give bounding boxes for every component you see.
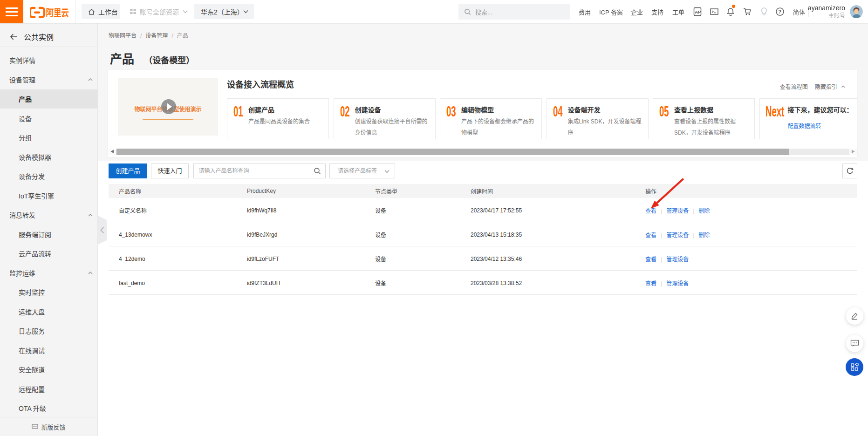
svg-text:AP: AP bbox=[695, 9, 701, 14]
svg-text:?: ? bbox=[779, 9, 782, 14]
svg-text:阿里云: 阿里云 bbox=[46, 7, 69, 18]
